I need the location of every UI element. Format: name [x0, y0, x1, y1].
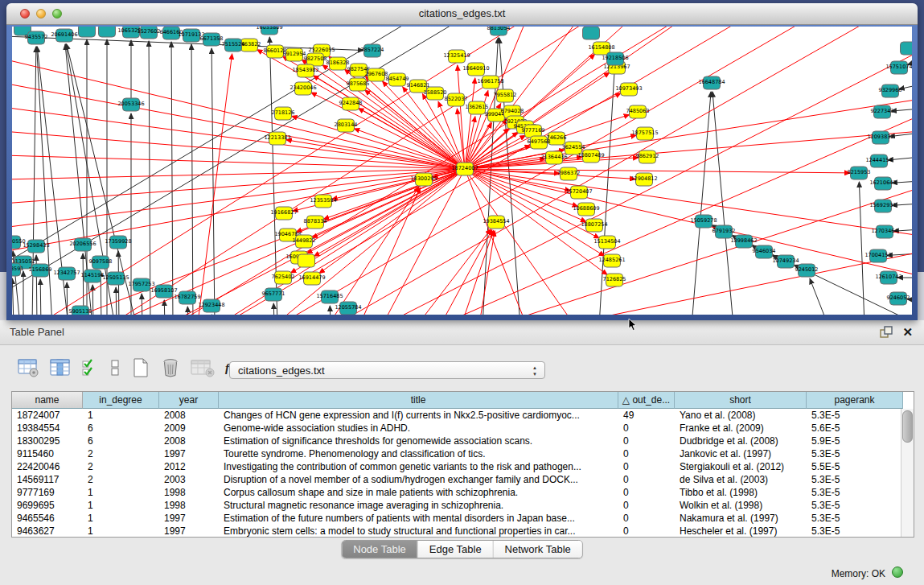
- cell-in-degree[interactable]: 2: [83, 460, 159, 473]
- graph-node-y14[interactable]: 9875685: [347, 78, 370, 91]
- graph-node-y16[interactable]: 8454749: [386, 73, 409, 86]
- cell-title[interactable]: Investigating the contribution of common…: [219, 460, 618, 473]
- cell-name[interactable]: 14569117: [12, 473, 83, 486]
- graph-node-t27[interactable]: 17359928: [105, 236, 131, 249]
- cell-short[interactable]: Yano et al. (2008): [675, 409, 807, 422]
- cell-name[interactable]: 9115460: [12, 447, 83, 460]
- cell-in-degree[interactable]: 2: [83, 473, 159, 486]
- cell-in-degree[interactable]: 1: [83, 409, 159, 422]
- table-row[interactable]: 946554611997Estimation of the future num…: [12, 512, 914, 525]
- graph-node-t41[interactable]: 9546034: [753, 245, 776, 258]
- graph-node-t52[interactable]: 8215953: [848, 167, 871, 179]
- cell-pagerank[interactable]: 5.3E-5: [807, 473, 903, 486]
- graph-node-y3[interactable]: 5912954: [283, 48, 306, 61]
- graph-node-t35[interactable]: 9657771: [262, 288, 285, 301]
- tab-network-table[interactable]: Network Table: [494, 541, 582, 558]
- graph-node-t11[interactable]: 7515526: [222, 39, 245, 51]
- graph-node-t33[interactable]: 12923448: [198, 299, 224, 312]
- vertical-scrollbar[interactable]: [901, 409, 914, 537]
- graph-node-t2[interactable]: 9435572: [25, 31, 48, 44]
- graph-node-t55[interactable]: 12610743: [875, 271, 901, 284]
- cell-in-degree[interactable]: 1: [83, 525, 159, 538]
- cell-name[interactable]: 9465546: [12, 512, 83, 525]
- cell-out-de-[interactable]: 0: [618, 460, 675, 473]
- graph-node-t5[interactable]: [99, 27, 116, 37]
- cell-short[interactable]: Hescheler et al. (1997): [675, 525, 807, 538]
- create-column-icon[interactable]: [131, 357, 150, 378]
- cell-year[interactable]: 2008: [159, 435, 219, 447]
- graph-node-t23[interactable]: 1156869: [29, 264, 52, 277]
- graph-node-t51[interactable]: 15692931: [869, 200, 896, 212]
- cell-title[interactable]: Estimation of significance thresholds fo…: [219, 435, 618, 447]
- select-all-icon[interactable]: [81, 358, 99, 377]
- graph-node-t10[interactable]: 6671358: [200, 33, 224, 46]
- cell-pagerank[interactable]: 5.3E-5: [807, 512, 903, 525]
- unselect-all-icon[interactable]: [109, 358, 121, 377]
- column-header-title[interactable]: title: [219, 392, 618, 409]
- graph-node-t24[interactable]: 12342757: [53, 267, 80, 280]
- cell-out-de-[interactable]: 0: [618, 499, 675, 512]
- tab-node-table[interactable]: Node Table: [342, 541, 418, 558]
- cell-title[interactable]: Disruption of a novel member of a sodium…: [219, 473, 618, 486]
- cell-short[interactable]: Nakamura et al. (1997): [675, 512, 807, 525]
- cell-name[interactable]: 9777169: [12, 486, 83, 499]
- graph-node-y15[interactable]: 2967608: [365, 68, 388, 81]
- cell-pagerank[interactable]: 5.3E-5: [807, 486, 903, 499]
- table-row[interactable]: 911546021997Tourette syndrome. Phenomeno…: [12, 447, 914, 460]
- graph-node-y6[interactable]: 8186328: [326, 57, 350, 70]
- graph-node-t28[interactable]: 9097588: [89, 256, 113, 269]
- graph-node-t3[interactable]: 20691406: [51, 29, 77, 42]
- cell-out-de-[interactable]: 0: [618, 435, 675, 447]
- delete-table-icon[interactable]: [191, 358, 215, 377]
- graph-node-y45[interactable]: 1449822: [293, 235, 316, 248]
- graph-node-t17[interactable]: 16648784: [698, 76, 725, 89]
- graph-node-y21[interactable]: 18640910: [462, 63, 489, 76]
- graph-node-y55[interactable]: 9862912: [636, 150, 659, 163]
- graph-node-y13[interactable]: 9242848: [339, 97, 363, 110]
- graph-node-y33[interactable]: 10807489: [577, 150, 604, 163]
- graph-node-t48[interactable]: 12093832: [867, 131, 893, 144]
- column-header-short[interactable]: short: [675, 392, 807, 409]
- cell-out-de-[interactable]: 0: [618, 512, 675, 525]
- cell-name[interactable]: 18300295: [12, 435, 83, 447]
- graph-node-y24[interactable]: 12325419: [443, 50, 470, 63]
- cell-in-degree[interactable]: 2: [83, 447, 159, 460]
- table-row[interactable]: 1456911722003Disruption of a novel membe…: [12, 473, 914, 486]
- cell-title[interactable]: Structural magnetic resonance image aver…: [219, 499, 618, 512]
- column-header-year[interactable]: year: [159, 392, 219, 409]
- cell-short[interactable]: Jankovic et al. (1997): [675, 447, 807, 460]
- graph-node-y54[interactable]: 18757515: [631, 127, 658, 140]
- cell-in-degree[interactable]: 1: [83, 512, 159, 525]
- graph-node-t49[interactable]: 12444154: [865, 154, 892, 167]
- graph-node-y39[interactable]: 18300295: [410, 173, 437, 186]
- graph-node-t18[interactable]: 20053346: [117, 98, 144, 111]
- table-settings-icon[interactable]: [18, 358, 39, 377]
- cell-name[interactable]: 22420046: [12, 460, 83, 473]
- cell-in-degree[interactable]: 1: [83, 499, 159, 512]
- graph-node-y37[interactable]: 10688609: [573, 203, 599, 216]
- show-columns-icon[interactable]: [50, 358, 71, 377]
- graph-node-t12[interactable]: 16033809: [256, 27, 282, 35]
- cell-short[interactable]: Dudbridge et al. (2008): [675, 435, 807, 447]
- table-row[interactable]: 969969511998Structural magnetic resonanc…: [12, 499, 914, 512]
- graph-node-t4[interactable]: [79, 27, 96, 37]
- delete-column-icon[interactable]: [161, 357, 180, 378]
- graph-node-t39[interactable]: 6791932: [713, 225, 736, 238]
- graph-node-y47[interactable]: [298, 254, 315, 267]
- cell-name[interactable]: 9699695: [12, 499, 83, 512]
- cell-name[interactable]: 19384554: [12, 422, 83, 435]
- cell-pagerank[interactable]: 5.3E-5: [807, 525, 903, 538]
- graph-node-t14[interactable]: 8813054: [487, 27, 511, 35]
- cell-out-de-[interactable]: 0: [618, 447, 675, 460]
- cell-pagerank[interactable]: 5.3E-5: [807, 409, 903, 422]
- table-selector-dropdown[interactable]: citations_edges.txt ▲▼: [229, 361, 545, 379]
- graph-node-t46[interactable]: 9329966: [879, 84, 902, 97]
- cell-out-de-[interactable]: 0: [618, 525, 675, 538]
- graph-node-y31[interactable]: 6497568: [528, 136, 551, 149]
- zoom-window-icon[interactable]: [52, 9, 62, 19]
- cell-year[interactable]: 2012: [159, 460, 219, 473]
- graph-node-t50[interactable]: 16210643: [869, 177, 896, 190]
- cell-name[interactable]: 18724007: [12, 409, 83, 422]
- cell-title[interactable]: Corpus callosum shape and size in male p…: [219, 486, 618, 499]
- graph-node-y10[interactable]: 2718126: [272, 107, 295, 120]
